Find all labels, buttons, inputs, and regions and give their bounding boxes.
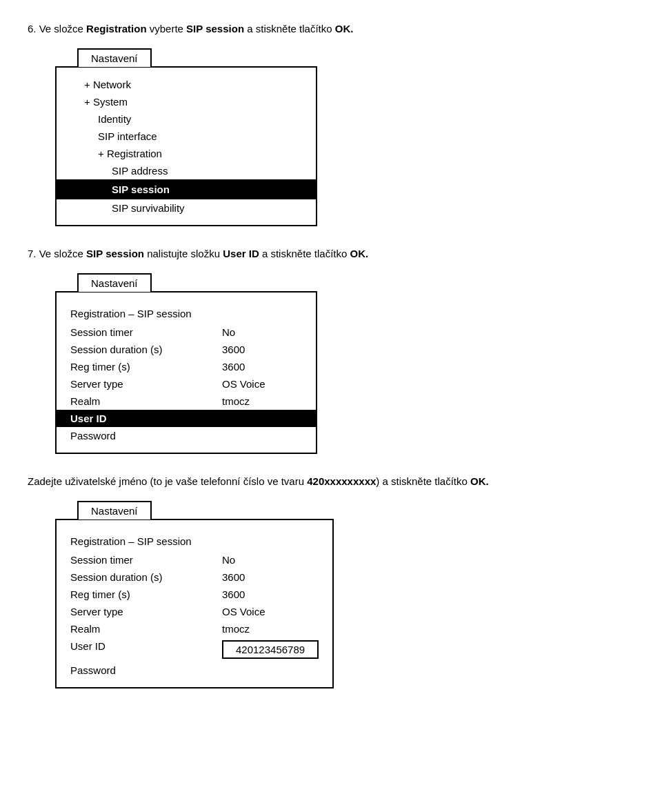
table-row: Session duration (s) 3600 xyxy=(57,568,332,586)
menu-header-3: Registration – SIP session xyxy=(57,528,332,551)
row-label: Reg timer (s) xyxy=(57,358,208,375)
menu-panel-2: Nastavení Registration – SIP session Ses… xyxy=(55,291,317,454)
table-row: Realm tmocz xyxy=(57,393,316,410)
row-value: 3600 xyxy=(208,586,332,603)
row-label: User ID xyxy=(57,410,208,427)
table-row: Session timer No xyxy=(57,551,332,568)
menu-item-network: + Network xyxy=(57,76,316,93)
row-value: 3600 xyxy=(208,568,332,586)
row-value: OS Voice xyxy=(208,603,332,620)
menu-item-registration: + Registration xyxy=(57,145,316,162)
row-value-user-id: 420123456789 xyxy=(208,637,332,662)
row-label: Session timer xyxy=(57,551,208,568)
table-row: Session duration (s) 3600 xyxy=(57,341,316,358)
menu-box-2: Nastavení Registration – SIP session Ses… xyxy=(55,291,317,454)
menu-tab-3: Nastavení xyxy=(77,501,152,519)
table-row: Realm tmocz xyxy=(57,620,332,637)
menu-header-2: Registration – SIP session xyxy=(57,301,316,324)
menu-table-2: Session timer No Session duration (s) 36… xyxy=(57,324,316,444)
table-row-user-id-selected: User ID xyxy=(57,410,316,427)
table-row: Session timer No xyxy=(57,324,316,341)
table-row: Server type OS Voice xyxy=(57,375,316,393)
row-value xyxy=(208,427,316,444)
row-value: No xyxy=(208,324,316,341)
menu-item-sip-survivability: SIP survivability xyxy=(57,199,316,217)
step-8-instruction: Zadejte uživatelské jméno (to je vaše te… xyxy=(28,473,634,490)
menu-panel-1: Nastavení + Network + System Identity SI… xyxy=(55,66,317,226)
row-label: Reg timer (s) xyxy=(57,586,208,603)
row-label: Realm xyxy=(57,620,208,637)
table-row: Password xyxy=(57,662,332,679)
row-label: Password xyxy=(57,662,208,679)
menu-box-3: Nastavení Registration – SIP session Ses… xyxy=(55,519,334,689)
row-label: Session timer xyxy=(57,324,208,341)
menu-items-3: Registration – SIP session Session timer… xyxy=(57,520,332,687)
row-value: 3600 xyxy=(208,358,316,375)
row-label: User ID xyxy=(57,637,208,662)
row-label: Password xyxy=(57,427,208,444)
row-label: Realm xyxy=(57,393,208,410)
menu-item-sip-interface: SIP interface xyxy=(57,128,316,145)
table-row: Reg timer (s) 3600 xyxy=(57,358,316,375)
table-row: Server type OS Voice xyxy=(57,603,332,620)
row-label: Server type xyxy=(57,603,208,620)
row-value: 3600 xyxy=(208,341,316,358)
menu-items-2: Registration – SIP session Session timer… xyxy=(57,293,316,453)
menu-item-identity: Identity xyxy=(57,110,316,128)
row-value: OS Voice xyxy=(208,375,316,393)
menu-tab-1: Nastavení xyxy=(77,48,152,67)
menu-item-system: + System xyxy=(57,93,316,110)
row-value: tmocz xyxy=(208,620,332,637)
menu-box-1: Nastavení + Network + System Identity SI… xyxy=(55,66,317,226)
row-label: Session duration (s) xyxy=(57,568,208,586)
table-row-user-id: User ID 420123456789 xyxy=(57,637,332,662)
row-value xyxy=(208,662,332,679)
table-row: Reg timer (s) 3600 xyxy=(57,586,332,603)
menu-table-3: Session timer No Session duration (s) 36… xyxy=(57,551,332,679)
menu-item-sip-session-selected: SIP session xyxy=(57,179,316,199)
menu-panel-3: Nastavení Registration – SIP session Ses… xyxy=(55,519,334,689)
row-value: tmocz xyxy=(208,393,316,410)
row-label: Server type xyxy=(57,375,208,393)
row-value xyxy=(208,410,316,427)
menu-tab-2: Nastavení xyxy=(77,273,152,292)
menu-item-sip-address: SIP address xyxy=(57,162,316,179)
user-id-input-box: 420123456789 xyxy=(222,640,319,659)
step-7-instruction: 7. Ve složce SIP session nalistujte slož… xyxy=(28,246,634,262)
row-label: Session duration (s) xyxy=(57,341,208,358)
menu-items-1: + Network + System Identity SIP interfac… xyxy=(57,68,316,225)
table-row: Password xyxy=(57,427,316,444)
step-6-instruction: 6. Ve složce Registration vyberte SIP se… xyxy=(28,21,634,37)
row-value: No xyxy=(208,551,332,568)
